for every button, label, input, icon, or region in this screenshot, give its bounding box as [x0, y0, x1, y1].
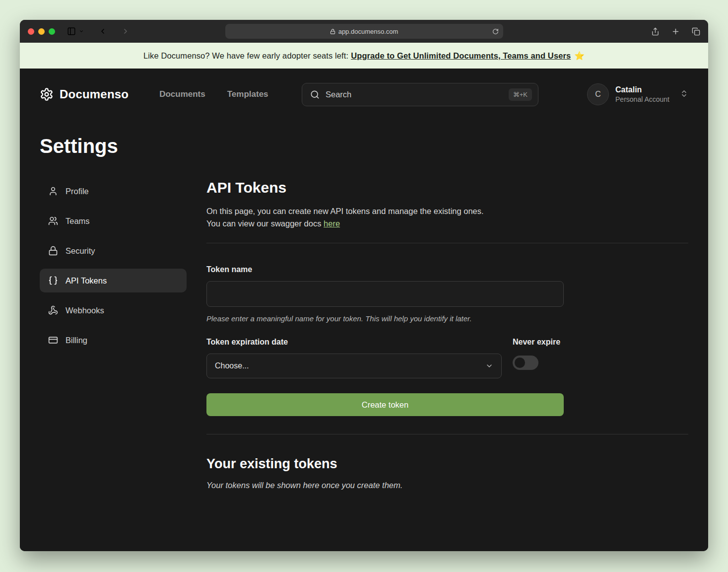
divider — [206, 243, 688, 243]
avatar-initial: C — [595, 90, 601, 99]
sidebar-item-label: Profile — [66, 187, 89, 196]
chevrons-up-down-icon — [680, 89, 688, 100]
sidebar-item-teams[interactable]: Teams — [40, 209, 187, 233]
search-icon — [310, 90, 320, 99]
nav-documents[interactable]: Documents — [159, 89, 205, 99]
account-menu[interactable]: C Catalin Personal Account — [587, 83, 688, 105]
traffic-lights — [28, 28, 55, 35]
account-type: Personal Account — [615, 95, 669, 104]
tab-overview-icon[interactable] — [692, 27, 700, 36]
braces-icon — [48, 276, 58, 286]
user-icon — [48, 186, 58, 196]
toggle-knob — [515, 358, 525, 368]
zoom-window-button[interactable] — [49, 28, 55, 35]
existing-tokens-title: Your existing tokens — [206, 456, 688, 472]
sidebar-item-profile[interactable]: Profile — [40, 179, 187, 203]
sidebar-item-label: Webhooks — [66, 306, 104, 315]
new-tab-icon[interactable] — [671, 27, 680, 36]
section-description-line1: On this page, you can create new API tok… — [206, 205, 688, 217]
page-title: Settings — [40, 135, 688, 157]
forward-button[interactable] — [122, 27, 130, 35]
app-header: Documenso Documents Templates Search ⌘+K… — [40, 69, 688, 120]
upgrade-link[interactable]: Upgrade to Get Unlimited Documents, Team… — [351, 51, 571, 61]
api-tokens-panel: API Tokens On this page, you can create … — [206, 179, 688, 490]
top-nav: Documents Templates — [159, 89, 268, 99]
credit-card-icon — [48, 335, 58, 345]
swagger-docs-link[interactable]: here — [324, 219, 340, 228]
token-name-input[interactable] — [206, 281, 564, 307]
users-icon — [48, 216, 58, 226]
back-button[interactable] — [99, 27, 107, 35]
existing-tokens-empty-text: Your tokens will be shown here once you … — [206, 481, 688, 490]
divider — [206, 434, 688, 434]
chevron-down-icon[interactable] — [79, 29, 84, 34]
lock-icon — [48, 246, 58, 256]
documenso-logo-icon — [40, 87, 54, 101]
sidebar-item-api-tokens[interactable]: API Tokens — [40, 269, 187, 292]
sidebar-item-label: Billing — [66, 336, 87, 345]
search-placeholder: Search — [326, 90, 351, 99]
upgrade-banner: Like Documenso? We have few early adopte… — [20, 43, 708, 69]
expiration-select[interactable]: Choose... — [206, 354, 502, 378]
brand[interactable]: Documenso — [40, 87, 129, 101]
create-token-button[interactable]: Create token — [206, 393, 564, 416]
search-input[interactable]: Search ⌘+K — [302, 83, 538, 106]
share-icon[interactable] — [651, 27, 660, 36]
search-shortcut: ⌘+K — [509, 88, 532, 101]
browser-window: app.documenso.com Like Documenso? We hav… — [20, 20, 708, 551]
sidebar-item-label: Teams — [66, 216, 90, 226]
never-expire-label: Never expire — [513, 338, 564, 347]
banner-text: Like Documenso? We have few early adopte… — [143, 51, 348, 61]
token-name-hint: Please enter a meaningful name for your … — [206, 314, 564, 323]
expiration-selected-value: Choose... — [215, 361, 249, 370]
sidebar-item-security[interactable]: Security — [40, 239, 187, 263]
create-token-form: Token name Please enter a meaningful nam… — [206, 265, 564, 416]
brand-name: Documenso — [60, 87, 129, 101]
account-name: Catalin — [615, 85, 669, 95]
expiration-label: Token expiration date — [206, 338, 502, 347]
sidebar-item-webhooks[interactable]: Webhooks — [40, 298, 187, 322]
chevron-down-icon — [485, 362, 493, 370]
browser-toolbar: app.documenso.com — [20, 20, 708, 43]
nav-templates[interactable]: Templates — [227, 89, 268, 99]
address-bar[interactable]: app.documenso.com — [225, 24, 503, 39]
section-description-line2: You can view our swagger docs — [206, 219, 321, 228]
lock-icon — [330, 29, 335, 34]
webhook-icon — [48, 305, 58, 315]
sidebar-item-billing[interactable]: Billing — [40, 328, 187, 352]
avatar: C — [587, 83, 609, 105]
close-window-button[interactable] — [28, 28, 34, 35]
reload-icon[interactable] — [492, 28, 499, 35]
minimize-window-button[interactable] — [38, 28, 45, 35]
sidebar-item-label: API Tokens — [66, 276, 107, 286]
token-name-label: Token name — [206, 265, 564, 274]
never-expire-toggle[interactable] — [513, 356, 538, 370]
sidebar-item-label: Security — [66, 246, 95, 256]
section-title: API Tokens — [206, 179, 688, 196]
star-icon: ⭐ — [574, 51, 585, 61]
settings-nav: Profile Teams Security — [40, 179, 187, 490]
sidebar-toggle-icon[interactable] — [67, 27, 76, 36]
app-content: Documenso Documents Templates Search ⌘+K… — [20, 69, 708, 551]
url-text: app.documenso.com — [338, 28, 398, 35]
